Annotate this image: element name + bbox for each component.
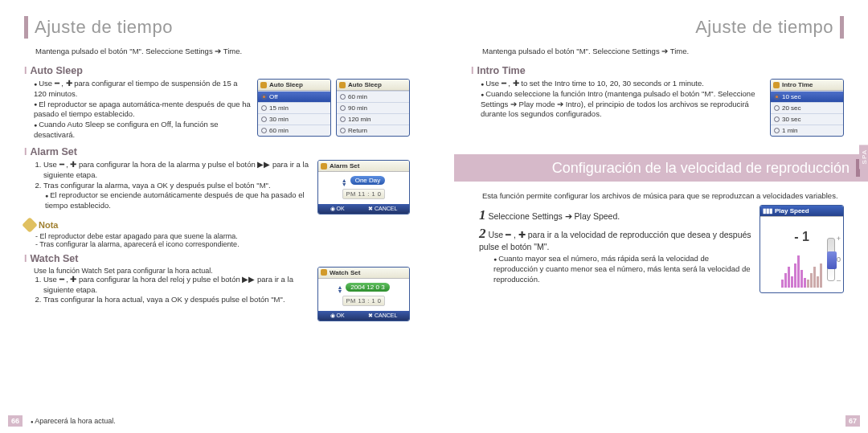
page-title: Ajuste de tiempo — [35, 17, 173, 38]
alarm-set-body: Use ━ , ✚ para configurar la hora de la … — [24, 160, 410, 214]
alarm-set-steps: Use ━ , ✚ para configurar la hora de la … — [24, 160, 311, 211]
watch-set-heading: IWatch Set — [24, 253, 410, 264]
title-bar-icon — [840, 16, 844, 39]
pill: One Day — [350, 176, 386, 185]
plus-icon: + — [837, 235, 841, 243]
ok-label: ◉ OK — [330, 206, 345, 212]
page-title: Ajuste de tiempo — [695, 17, 833, 38]
time-value: PM 11 : 1 0 — [342, 189, 386, 199]
radio-icon — [340, 94, 346, 100]
note-icon — [22, 217, 38, 233]
clock-icon — [321, 269, 327, 276]
radio-icon — [774, 128, 780, 133]
list-item: Use ━ , ✚ to set the Intro time to 10, 2… — [481, 79, 764, 89]
device-screen: Intro Time 10 sec 20 sec 30 sec 1 min — [770, 79, 844, 137]
device-screen-watch: Watch Set ▲▼2004 12 0 3 PM 13 : 1 0 ◉ OK… — [317, 267, 410, 321]
title-bar-icon — [24, 16, 28, 39]
speed-body: 1Seleccione Settings ➔ Play Speed. 2Use … — [458, 205, 844, 293]
title-row: Ajuste de tiempo — [24, 16, 410, 39]
list-item: Use ━ , ✚ para configurar la hora de la … — [43, 160, 311, 181]
note-line: - Tras configurar la alarma, aparecerá e… — [24, 240, 410, 248]
radio-icon — [261, 128, 267, 133]
auto-sleep-body: Use ━ , ✚ para configurar el tiempo de s… — [24, 79, 410, 141]
nota-label: Nota — [39, 220, 58, 230]
list-item: El reproductor se apaga automática-mente… — [34, 100, 251, 121]
intro-time-heading: IIntro Time — [471, 65, 844, 76]
list-item: Cuanto mayor sea el número, más rápida s… — [493, 254, 753, 284]
auto-sleep-heading: IAuto Sleep — [24, 65, 410, 76]
clock-icon — [773, 82, 780, 88]
clock-icon — [339, 82, 346, 88]
watch-set-steps: Use ━ , ✚ para configurar la hora del re… — [24, 275, 311, 305]
clock-icon — [260, 82, 267, 88]
auto-sleep-screens: Auto Sleep Off 15 min 30 min 60 min Auto… — [257, 79, 410, 141]
bars-icon: ▮▮▮ — [763, 207, 772, 214]
auto-sleep-list: Use ━ , ✚ para configurar el tiempo de s… — [24, 79, 251, 141]
device-screen-speed: ▮▮▮Play Speed - 1 + 0 – — [760, 205, 844, 293]
radio-icon — [261, 94, 267, 100]
top-instruction: Mantenga pulsado el botón "M". Seleccion… — [458, 45, 844, 60]
title-row: Ajuste de tiempo — [458, 16, 844, 39]
speed-step-2: 2Use ━ , ✚ para ir a la velocidad de rep… — [479, 226, 753, 251]
cancel-label: ✖ CANCEL — [368, 206, 397, 212]
list-item: Cuando seleccione la función Intro (mant… — [481, 89, 764, 120]
spa-tab: SPA — [859, 145, 868, 169]
radio-icon — [340, 116, 346, 122]
speed-intro: Esta función permite configurar los arch… — [458, 190, 844, 205]
radio-icon — [774, 94, 780, 100]
radio-icon — [774, 116, 780, 122]
top-instruction: Mantenga pulsado el botón "M". Seleccion… — [24, 45, 410, 60]
list-item: Tras configurar la alarma, vaya a OK y d… — [43, 181, 311, 211]
watch-set-body: Use la función Watch Set para configurar… — [24, 267, 410, 321]
pill: 2004 12 0 3 — [346, 283, 389, 292]
device-screen-alarm: Alarm Set ▲▼One Day PM 11 : 1 0 ◉ OK✖ CA… — [317, 160, 410, 214]
equalizer-icon — [764, 243, 840, 288]
list-item: Cuando Auto Sleep se configura en Off, l… — [34, 120, 251, 141]
radio-icon — [340, 128, 346, 133]
updown-arrows-icon: ▲▼ — [337, 286, 342, 294]
cancel-label: ✖ CANCEL — [368, 312, 397, 319]
alarm-icon — [321, 163, 327, 170]
page-right: Ajuste de tiempo Mantenga pulsado el bot… — [434, 0, 868, 433]
alarm-set-heading: IAlarm Set — [24, 146, 410, 157]
list-item: Use ━ , ✚ para configurar el tiempo de s… — [34, 79, 251, 100]
device-screen: Auto Sleep 60 min 90 min 120 min Return — [336, 79, 410, 137]
page-number: 66 — [8, 415, 23, 427]
list-item: Tras configurar la hora actual, vaya a O… — [43, 295, 311, 305]
page-number: 67 — [845, 415, 860, 427]
page-left: Ajuste de tiempo Mantenga pulsado el bot… — [0, 0, 434, 433]
note-line: - El reproductor debe estar apagado para… — [24, 232, 410, 240]
radio-icon — [774, 105, 780, 111]
device-screen: Auto Sleep Off 15 min 30 min 60 min — [257, 79, 331, 137]
footer-note: Aparecerá la hora actual. — [31, 417, 116, 425]
intro-time-body: Use ━ , ✚ to set the Intro time to 10, 2… — [458, 79, 844, 141]
radio-icon — [340, 105, 346, 111]
ok-label: ◉ OK — [330, 312, 345, 319]
intro-time-list: Use ━ , ✚ to set the Intro time to 10, 2… — [471, 79, 764, 120]
watch-set-intro: Use la función Watch Set para configurar… — [24, 267, 311, 275]
speed-step-1: 1Seleccione Settings ➔ Play Speed. — [479, 207, 753, 223]
updown-arrows-icon: ▲▼ — [342, 179, 347, 187]
list-item: El reproductor se enciende automáticamen… — [45, 190, 311, 211]
nota-row: Nota — [24, 219, 410, 231]
radio-icon — [261, 105, 267, 111]
list-item: Use ━ , ✚ para configurar la hora del re… — [43, 275, 311, 296]
speed-section-banner: Configuración de la velocidad de reprodu… — [454, 154, 868, 182]
radio-icon — [261, 116, 267, 122]
time-value: PM 13 : 1 0 — [342, 296, 386, 306]
